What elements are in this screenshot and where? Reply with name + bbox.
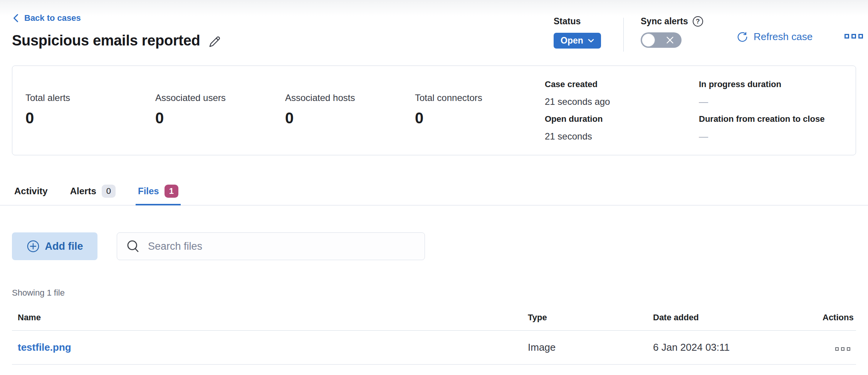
tab-files[interactable]: Files 1 bbox=[136, 182, 181, 205]
stat-value: 0 bbox=[285, 109, 415, 127]
stat-label: Total alerts bbox=[25, 92, 155, 103]
stat-associated-hosts: Associated hosts 0 bbox=[285, 80, 415, 141]
table-row: testfile.png Image 6 Jan 2024 03:11 bbox=[12, 331, 856, 365]
add-file-button[interactable]: Add file bbox=[12, 232, 97, 260]
tab-activity[interactable]: Activity bbox=[12, 182, 50, 205]
files-count-badge: 1 bbox=[165, 185, 178, 198]
table-header-row: Name Type Date added Actions bbox=[12, 306, 856, 331]
status-group: Status Open bbox=[554, 16, 601, 49]
column-header-date[interactable]: Date added bbox=[647, 306, 817, 331]
meta-label: Duration from creation to close bbox=[699, 114, 843, 124]
meta-value: — bbox=[699, 131, 843, 141]
sync-alerts-group: Sync alerts ? bbox=[641, 16, 703, 48]
status-dropdown-button[interactable]: Open bbox=[554, 33, 601, 49]
back-link-label: Back to cases bbox=[24, 13, 81, 23]
meta-label: Case created bbox=[545, 80, 699, 89]
toggle-thumb bbox=[642, 34, 655, 47]
file-name-link[interactable]: testfile.png bbox=[18, 341, 71, 353]
case-header: Back to cases Suspicious emails reported… bbox=[0, 0, 868, 66]
add-file-label: Add file bbox=[45, 240, 83, 252]
status-label: Status bbox=[554, 16, 601, 27]
back-to-cases-link[interactable]: Back to cases bbox=[12, 13, 81, 23]
column-header-actions: Actions bbox=[817, 306, 856, 331]
tab-alerts[interactable]: Alerts 0 bbox=[68, 182, 118, 205]
stat-value: 0 bbox=[415, 109, 545, 127]
refresh-case-link[interactable]: Refresh case bbox=[737, 31, 813, 43]
refresh-label: Refresh case bbox=[754, 31, 813, 43]
case-summary-panel: Total alerts 0 Associated users 0 Associ… bbox=[12, 66, 856, 155]
tab-label: Alerts bbox=[70, 186, 96, 197]
case-dates-column: Case created 21 seconds ago Open duratio… bbox=[545, 80, 699, 141]
status-value: Open bbox=[561, 35, 583, 46]
case-durations-column: In progress duration — Duration from cre… bbox=[699, 80, 843, 141]
stat-label: Associated users bbox=[155, 92, 285, 103]
meta-value: 21 seconds ago bbox=[545, 97, 699, 107]
tab-label: Files bbox=[138, 186, 159, 197]
chevron-down-icon bbox=[588, 39, 594, 43]
meta-value: — bbox=[699, 97, 843, 107]
stat-total-alerts: Total alerts 0 bbox=[25, 80, 155, 141]
search-icon bbox=[125, 238, 141, 254]
files-count-text: Showing 1 file bbox=[12, 288, 856, 298]
page-title: Suspicious emails reported bbox=[12, 32, 200, 49]
edit-title-icon[interactable] bbox=[208, 35, 221, 49]
meta-label: In progress duration bbox=[699, 80, 843, 89]
meta-value: 21 seconds bbox=[545, 131, 699, 141]
header-divider bbox=[623, 18, 624, 52]
help-icon[interactable]: ? bbox=[693, 16, 703, 27]
file-date-cell: 6 Jan 2024 03:11 bbox=[647, 331, 817, 365]
files-table: Name Type Date added Actions testfile.pn… bbox=[12, 306, 856, 365]
column-header-name[interactable]: Name bbox=[12, 306, 522, 331]
sync-alerts-label: Sync alerts bbox=[641, 16, 688, 27]
stat-associated-users: Associated users 0 bbox=[155, 80, 285, 141]
files-toolbar: Add file bbox=[12, 232, 856, 260]
refresh-icon bbox=[737, 31, 748, 43]
meta-label: Open duration bbox=[545, 114, 699, 124]
stat-total-connectors: Total connectors 0 bbox=[415, 80, 545, 141]
case-detail-page: Back to cases Suspicious emails reported… bbox=[0, 0, 868, 375]
search-files-input[interactable] bbox=[148, 240, 417, 252]
alerts-count-badge: 0 bbox=[102, 185, 116, 198]
tab-label: Activity bbox=[14, 186, 48, 197]
plus-circle-icon bbox=[27, 240, 40, 253]
toggle-off-x-icon bbox=[665, 35, 675, 45]
title-row: Suspicious emails reported bbox=[12, 32, 221, 49]
search-files-box bbox=[117, 232, 425, 260]
stat-value: 0 bbox=[25, 109, 155, 127]
case-actions-ellipsis-icon[interactable] bbox=[844, 34, 863, 39]
row-actions-ellipsis-icon[interactable] bbox=[835, 347, 850, 351]
file-type-cell: Image bbox=[522, 331, 647, 365]
stat-value: 0 bbox=[155, 109, 285, 127]
chevron-left-icon bbox=[12, 13, 20, 23]
column-header-type[interactable]: Type bbox=[522, 306, 647, 331]
sync-alerts-toggle[interactable] bbox=[641, 32, 682, 48]
stat-label: Associated hosts bbox=[285, 92, 415, 103]
stat-label: Total connectors bbox=[415, 92, 545, 103]
case-tabs: Activity Alerts 0 Files 1 bbox=[0, 182, 868, 205]
